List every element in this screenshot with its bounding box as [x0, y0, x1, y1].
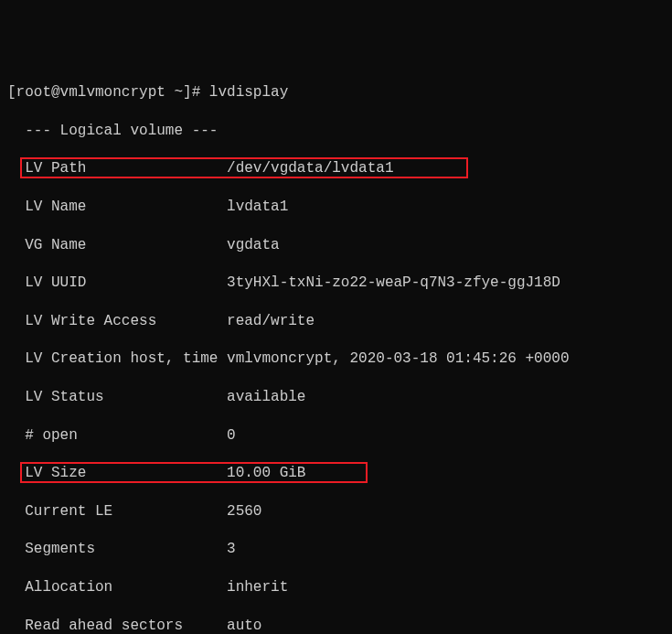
lv1-path-row: LV Path /dev/vgdata/lvdata1 [7, 159, 665, 178]
lv1-wa-row: LV Write Access read/write [7, 312, 665, 331]
lv-header: --- Logical volume --- [7, 122, 665, 141]
lv-path-value: /dev/vgdata/lvdata1 [227, 160, 393, 177]
lv-le-value: 2560 [227, 503, 261, 520]
lv-path-label: LV Path [7, 160, 227, 177]
lv-size-value: 10.00 GiB [227, 465, 305, 481]
lv1-seg-row: Segments 3 [7, 540, 665, 559]
lv1-ras-row: Read ahead sectors auto [7, 617, 665, 635]
lv-ras-label: Read ahead sectors [7, 618, 227, 634]
vg-name-value: vgdata [227, 237, 280, 253]
prompt-line: [root@vmlvmoncrypt ~]# lvdisplay [7, 83, 665, 102]
lv-size-label: LV Size [7, 465, 227, 481]
lv-status-label: LV Status [7, 389, 227, 405]
lv-uuid-value: 3tyHXl-txNi-zo22-weaP-q7N3-zfye-ggJ18D [227, 274, 560, 291]
lv-ct-value: vmlvmoncrypt, 2020-03-18 01:45:26 +0000 [227, 350, 569, 367]
lv-name-label: LV Name [7, 199, 227, 215]
lv-uuid-label: LV UUID [7, 274, 227, 291]
lv-le-label: Current LE [7, 503, 227, 520]
lv-alloc-value: inherit [227, 579, 288, 596]
terminal-output: [root@vmlvmoncrypt ~]# lvdisplay --- Log… [7, 64, 665, 634]
lv-wa-value: read/write [227, 313, 315, 329]
vg-name-label: VG Name [7, 237, 227, 253]
lv-ct-label: LV Creation host, time [7, 350, 227, 367]
lv1-status-row: LV Status available [7, 388, 665, 407]
lv1-vg-row: VG Name vgdata [7, 236, 665, 255]
lv-open-label: # open [7, 427, 227, 444]
command: lvdisplay [209, 84, 288, 101]
prompt: [root@vmlvmoncrypt ~]# [7, 84, 209, 101]
lv-open-value: 0 [227, 427, 236, 444]
lv-name-value: lvdata1 [227, 199, 288, 215]
lv1-name-row: LV Name lvdata1 [7, 198, 665, 217]
lv-seg-value: 3 [227, 541, 236, 557]
lv-alloc-label: Allocation [7, 579, 227, 596]
lv-seg-label: Segments [7, 541, 227, 557]
lv-status-value: available [227, 389, 305, 405]
lv-ras-value: auto [227, 618, 261, 634]
lv1-open-row: # open 0 [7, 426, 665, 446]
lv1-ct-row: LV Creation host, time vmlvmoncrypt, 202… [7, 349, 665, 369]
lv1-size-row: LV Size 10.00 GiB [7, 464, 665, 483]
lv1-le-row: Current LE 2560 [7, 502, 665, 521]
lv-wa-label: LV Write Access [7, 313, 227, 329]
lv1-alloc-row: Allocation inherit [7, 578, 665, 597]
lv1-uuid-row: LV UUID 3tyHXl-txNi-zo22-weaP-q7N3-zfye-… [7, 274, 665, 293]
